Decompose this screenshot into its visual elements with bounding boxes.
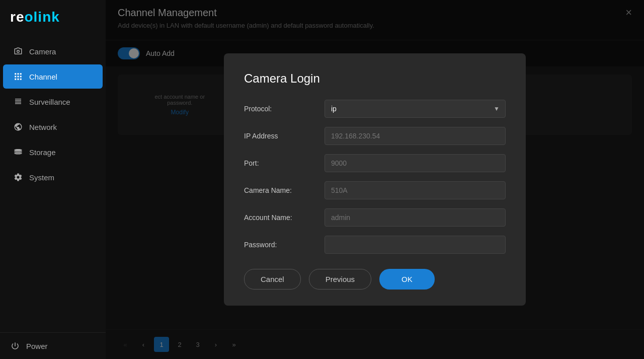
previous-button[interactable]: Previous [309, 269, 371, 290]
power-label: Power [26, 342, 48, 350]
account-name-input[interactable] [325, 208, 506, 227]
sidebar-item-system-label: System [29, 173, 54, 182]
surveillance-icon [13, 97, 23, 107]
sidebar-item-channel[interactable]: Channel [3, 64, 103, 89]
port-row: Port: [244, 154, 506, 172]
sidebar-item-surveillance-label: Surveillance [29, 98, 70, 106]
cancel-button[interactable]: Cancel [244, 269, 301, 290]
port-label: Port: [244, 159, 325, 167]
camera-name-row: Camera Name: [244, 181, 506, 199]
protocol-row: Protocol: ip rtsp onvif ▼ [244, 100, 506, 118]
power-item[interactable]: Power [10, 341, 96, 351]
ok-button[interactable]: OK [379, 269, 435, 290]
sidebar-item-camera[interactable]: Camera [3, 39, 103, 63]
channel-icon [13, 71, 23, 82]
camera-name-input[interactable] [325, 181, 506, 199]
sidebar-nav: Camera Channel Surveillance [0, 35, 106, 332]
power-icon [10, 341, 20, 351]
system-icon [13, 172, 23, 182]
sidebar-item-channel-label: Channel [29, 73, 57, 81]
ip-address-input[interactable] [325, 127, 506, 145]
camera-login-dialog: Camera Login Protocol: ip rtsp onvif ▼ I… [224, 53, 526, 306]
ip-address-label: IP Address [244, 132, 325, 140]
sidebar-item-network-label: Network [29, 123, 57, 131]
protocol-label: Protocol: [244, 105, 325, 113]
protocol-select-wrapper: ip rtsp onvif ▼ [325, 100, 506, 118]
dialog-overlay: Camera Login Protocol: ip rtsp onvif ▼ I… [106, 0, 644, 359]
sidebar-item-storage[interactable]: Storage [3, 140, 103, 164]
ip-address-row: IP Address [244, 127, 506, 145]
account-name-row: Account Name: [244, 208, 506, 227]
sidebar-item-system[interactable]: System [3, 165, 103, 189]
password-input[interactable] [325, 236, 506, 254]
logo: reolink [0, 0, 106, 35]
dialog-title: Camera Login [244, 71, 506, 86]
sidebar-item-camera-label: Camera [29, 47, 56, 56]
logo-olink: olink [24, 9, 59, 25]
network-icon [13, 122, 23, 132]
sidebar-item-surveillance[interactable]: Surveillance [3, 90, 103, 114]
storage-icon [13, 147, 23, 157]
sidebar: reolink Camera Channel [0, 0, 106, 359]
camera-name-label: Camera Name: [244, 186, 325, 194]
protocol-select[interactable]: ip rtsp onvif [325, 100, 506, 118]
main-content: Channel Management Add device(s) in LAN … [106, 0, 644, 359]
camera-icon [13, 46, 23, 56]
sidebar-bottom: Power [0, 332, 106, 359]
password-row: Password: [244, 236, 506, 254]
password-label: Password: [244, 241, 325, 249]
dialog-buttons: Cancel Previous OK [244, 269, 506, 290]
port-input[interactable] [325, 154, 506, 172]
sidebar-item-network[interactable]: Network [3, 115, 103, 139]
account-name-label: Account Name: [244, 213, 325, 222]
sidebar-item-storage-label: Storage [29, 148, 56, 157]
logo-re: re [10, 9, 24, 25]
